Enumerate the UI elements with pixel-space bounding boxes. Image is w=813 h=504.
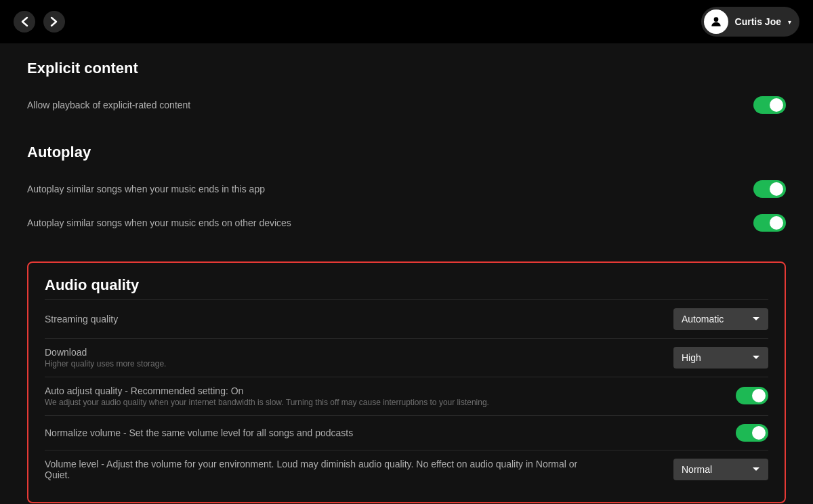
explicit-content-title: Explicit content	[27, 60, 786, 77]
svg-point-0	[713, 17, 718, 22]
explicit-content-row: Allow playback of explicit-rated content	[27, 88, 786, 122]
auto-adjust-sublabel: We adjust your audio quality when your i…	[45, 398, 587, 407]
autoplay-other-devices-toggle[interactable]	[753, 214, 786, 232]
auto-adjust-row: Auto adjust quality - Recommended settin…	[45, 377, 768, 415]
audio-quality-section: Audio quality Streaming quality Automati…	[27, 261, 786, 503]
autoplay-this-app-row: Autoplay similar songs when your music e…	[27, 172, 786, 206]
autoplay-this-app-label: Autoplay similar songs when your music e…	[27, 184, 753, 194]
allow-playback-toggle[interactable]	[753, 96, 786, 114]
download-sublabel: Higher quality uses more storage.	[45, 359, 587, 369]
nav-buttons	[14, 11, 65, 33]
main-content: Explicit content Allow playback of expli…	[0, 43, 813, 504]
auto-adjust-label-group: Auto adjust quality - Recommended settin…	[45, 385, 587, 407]
auto-adjust-toggle[interactable]	[736, 387, 768, 404]
autoplay-this-app-slider	[753, 180, 786, 198]
download-label: Download	[45, 347, 587, 358]
user-menu[interactable]: Curtis Joe ▾	[701, 7, 799, 37]
autoplay-other-devices-slider	[753, 214, 786, 232]
allow-playback-label: Allow playback of explicit-rated content	[27, 100, 753, 110]
volume-level-select[interactable]: Normal Quiet Loud	[673, 459, 768, 480]
autoplay-other-devices-label: Autoplay similar songs when your music e…	[27, 217, 753, 228]
autoplay-title: Autoplay	[27, 144, 786, 161]
download-label-group: Download Higher quality uses more storag…	[45, 347, 587, 369]
explicit-content-section: Explicit content Allow playback of expli…	[27, 60, 786, 122]
user-name: Curtis Joe	[735, 16, 781, 27]
back-button[interactable]	[14, 11, 35, 33]
autoplay-this-app-toggle[interactable]	[753, 180, 786, 198]
forward-button[interactable]	[43, 11, 65, 33]
chevron-down-icon: ▾	[788, 18, 791, 26]
audio-quality-title: Audio quality	[45, 276, 768, 294]
streaming-quality-select[interactable]: Automatic Low Normal High Very High	[673, 308, 768, 330]
auto-adjust-label: Auto adjust quality - Recommended settin…	[45, 385, 587, 396]
normalize-volume-row: Normalize volume - Set the same volume l…	[45, 415, 768, 450]
autoplay-section: Autoplay Autoplay similar songs when you…	[27, 144, 786, 240]
streaming-quality-label: Streaming quality	[45, 314, 673, 324]
avatar	[704, 9, 728, 34]
auto-adjust-slider	[736, 387, 768, 404]
normalize-volume-label: Normalize volume - Set the same volume l…	[45, 427, 587, 438]
autoplay-other-devices-row: Autoplay similar songs when your music e…	[27, 206, 786, 240]
download-quality-row: Download Higher quality uses more storag…	[45, 338, 768, 377]
allow-playback-slider	[753, 96, 786, 114]
normalize-volume-slider	[736, 424, 768, 442]
volume-level-label: Volume level - Adjust the volume for you…	[45, 459, 587, 480]
streaming-quality-row: Streaming quality Automatic Low Normal H…	[45, 299, 768, 338]
header: Curtis Joe ▾	[0, 0, 813, 43]
normalize-volume-toggle[interactable]	[736, 424, 768, 442]
volume-level-label-group: Volume level - Adjust the volume for you…	[45, 459, 587, 480]
volume-level-row: Volume level - Adjust the volume for you…	[45, 450, 768, 488]
download-quality-select[interactable]: High Low Normal Very High	[673, 347, 768, 369]
